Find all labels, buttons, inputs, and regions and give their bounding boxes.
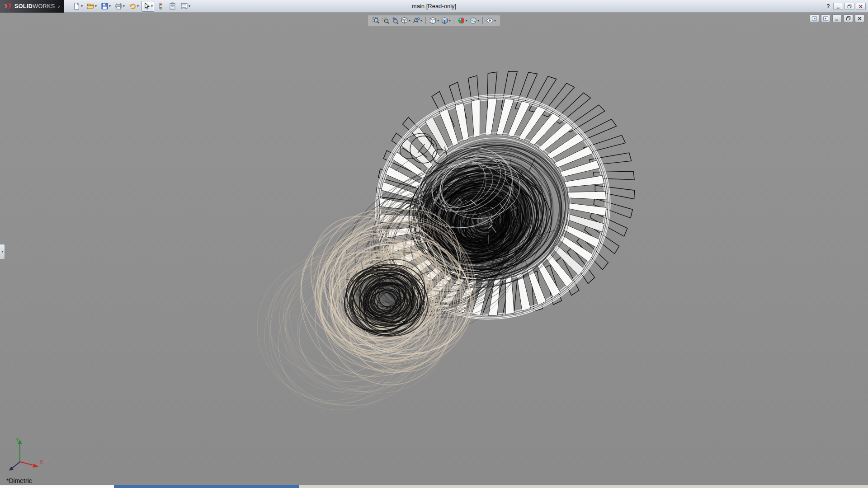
view-settings-icon — [486, 17, 494, 24]
quick-access-toolbar: ▾▾▾▾▾▾▾ — [71, 1, 192, 12]
dropdown-arrow-icon[interactable]: ▾ — [123, 5, 125, 8]
apply-scene-button[interactable]: ▾ — [469, 16, 480, 25]
window-controls: ? — [825, 0, 866, 13]
dropdown-arrow-icon[interactable]: ▾ — [437, 19, 439, 23]
close-button[interactable] — [856, 3, 866, 10]
toolbar-separator — [482, 17, 483, 24]
dropdown-arrow-icon[interactable]: ▾ — [466, 19, 467, 23]
select-tool-icon — [143, 2, 151, 10]
triad-x-arrow — [33, 464, 38, 468]
xpress-products-icon — [157, 2, 165, 10]
annotation-views-button[interactable]: ▾ — [412, 16, 423, 25]
options-button[interactable]: ▾ — [179, 1, 192, 12]
save-document-button[interactable]: ▾ — [99, 1, 112, 12]
new-document-icon — [73, 2, 80, 10]
featuremanager-collapsed-tab[interactable]: ◂ — [0, 244, 5, 259]
undo-button[interactable]: ▾ — [127, 1, 140, 12]
select-tool-button[interactable]: ▾ — [142, 1, 154, 12]
dassault-systemes-logo-icon — [3, 2, 13, 10]
title-bar: SOLIDWORKS › ▾▾▾▾▾▾▾ main [Read-only] ? — [0, 0, 868, 13]
dropdown-arrow-icon[interactable]: ▾ — [81, 5, 83, 8]
dropdown-arrow-icon[interactable]: ▾ — [449, 19, 451, 23]
dropdown-arrow-icon[interactable]: ▾ — [189, 5, 190, 8]
open-document-button[interactable]: ▾ — [85, 1, 98, 12]
triad-z-arrow — [9, 466, 14, 471]
view-orientation-button[interactable]: ▾ — [429, 16, 439, 25]
dropdown-arrow-icon[interactable]: ▾ — [95, 5, 97, 8]
doc-minimize-button[interactable] — [832, 14, 842, 22]
file-properties-icon — [169, 2, 176, 10]
restore-icon — [847, 4, 852, 9]
dock-left-icon — [811, 16, 817, 21]
xpress-products-button[interactable] — [156, 1, 166, 12]
apply-scene-icon — [469, 17, 477, 24]
dropdown-arrow-icon[interactable]: ▾ — [151, 5, 153, 8]
display-style-icon — [441, 17, 448, 24]
print-document-icon — [115, 2, 123, 10]
orientation-triad: Y X — [3, 436, 46, 475]
dropdown-arrow-icon[interactable]: ▾ — [420, 19, 422, 23]
view-orientation-icon — [429, 17, 437, 24]
minimize-icon — [835, 4, 841, 9]
minimize-button[interactable] — [833, 3, 843, 10]
file-properties-button[interactable] — [167, 1, 178, 12]
display-style-button[interactable]: ▾ — [440, 16, 451, 25]
close-icon — [858, 4, 863, 9]
dropdown-arrow-icon[interactable]: ▾ — [409, 19, 410, 23]
new-document-button[interactable]: ▾ — [71, 1, 84, 12]
dropdown-arrow-icon[interactable]: ▾ — [137, 5, 139, 8]
save-document-icon — [101, 2, 108, 10]
panel-expand-arrow-icon: ◂ — [1, 250, 3, 253]
restore-button[interactable] — [844, 3, 854, 10]
heads-up-view-toolbar: ▾▾▾▾▾▾▾ — [368, 15, 500, 26]
graphics-viewport[interactable]: ▾▾▾▾▾▾▾ ◂ Y X *Dimetric — [0, 13, 868, 485]
doc-restore-button[interactable] — [844, 14, 853, 22]
doc-minimize-icon — [834, 16, 840, 21]
triad-y-label: Y — [16, 437, 19, 442]
dropdown-arrow-icon[interactable]: ▾ — [477, 19, 479, 23]
toolbar-separator — [454, 17, 454, 24]
help-button[interactable]: ? — [825, 3, 832, 10]
dock-left-button[interactable] — [810, 14, 819, 22]
taskbar-segment — [114, 485, 299, 488]
zoom-to-area-button[interactable] — [381, 16, 390, 25]
annotation-views-icon — [412, 17, 420, 24]
document-window-controls — [810, 14, 864, 22]
doc-close-button[interactable] — [855, 14, 864, 22]
solidworks-menu-button[interactable]: SOLIDWORKS › — [0, 0, 64, 13]
section-view-icon — [401, 17, 408, 24]
taskbar-segment — [299, 485, 868, 488]
taskbar-sliver — [0, 485, 868, 488]
menu-expand-chevron-icon: › — [58, 4, 60, 9]
previous-view-icon — [391, 17, 399, 24]
view-orientation-label: *Dimetric — [6, 477, 32, 484]
solidworks-window: SOLIDWORKS › ▾▾▾▾▾▾▾ main [Read-only] ? … — [0, 0, 868, 488]
dropdown-arrow-icon[interactable]: ▾ — [494, 19, 496, 23]
doc-close-icon — [857, 16, 863, 21]
undo-icon — [129, 2, 137, 10]
taskbar-segment — [0, 485, 114, 488]
previous-view-button[interactable] — [391, 16, 399, 25]
brand-text: SOLIDWORKS — [14, 3, 55, 9]
open-document-icon — [87, 2, 94, 10]
zoom-to-fit-icon — [372, 17, 380, 24]
dock-right-icon — [823, 16, 829, 21]
options-icon — [180, 2, 188, 10]
section-view-button[interactable]: ▾ — [400, 16, 411, 25]
edit-appearance-icon — [458, 17, 465, 24]
toolbar-separator — [425, 17, 426, 24]
zoom-to-fit-button[interactable] — [372, 16, 380, 25]
dock-right-button[interactable] — [821, 14, 830, 22]
print-document-button[interactable]: ▾ — [113, 1, 126, 12]
dropdown-arrow-icon[interactable]: ▾ — [109, 5, 111, 8]
doc-restore-icon — [845, 16, 851, 21]
edit-appearance-button[interactable]: ▾ — [457, 16, 468, 25]
view-settings-button[interactable]: ▾ — [486, 16, 496, 25]
triad-x-label: X — [40, 459, 43, 465]
cad-model-wireframe[interactable] — [0, 13, 868, 485]
zoom-to-area-icon — [382, 17, 389, 24]
